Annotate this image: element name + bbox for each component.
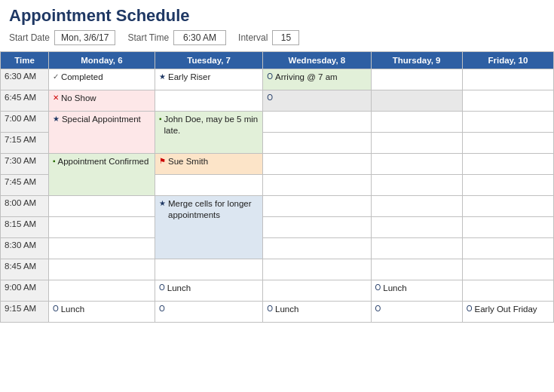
appointment-cell <box>462 217 553 238</box>
appointment-cell <box>371 238 462 259</box>
appointment-cell: ✓Completed <box>48 69 155 90</box>
page-title: Appointment Schedule <box>9 6 545 26</box>
time-cell: 8:45 AM <box>1 259 49 280</box>
appointment-cell <box>462 154 553 175</box>
appointment-cell <box>155 175 262 196</box>
controls-bar: Start Date Mon, 3/6/17 Start Time 6:30 A… <box>9 30 545 45</box>
time-cell: 8:15 AM <box>1 217 49 238</box>
appointment-cell <box>462 112 553 133</box>
flag-red-icon: ✕ <box>53 93 59 102</box>
appointment-cell: ★Merge cells for longer appointments <box>155 196 262 259</box>
schedule-table: Time Monday, 6 Tuesday, 7 Wednesday, 8 T… <box>0 51 554 323</box>
circle-icon: O <box>267 93 273 102</box>
time-cell: 6:45 AM <box>1 90 49 112</box>
table-row: 7:30 AM▪Appointment Confirmed⚑Sue Smith <box>1 154 554 175</box>
appointment-cell <box>462 196 553 217</box>
appointment-cell <box>371 259 462 280</box>
appointment-cell: ▪John Doe, may be 5 min late. <box>155 112 262 154</box>
appointment-cell <box>371 69 462 90</box>
appointment-cell <box>263 238 371 259</box>
cell-text: Sue Smith <box>168 156 208 167</box>
cell-text: Lunch <box>383 283 406 294</box>
appointment-cell: ✕No Show <box>48 90 155 112</box>
appointment-cell <box>48 238 155 259</box>
flag-red-icon: ⚑ <box>159 157 166 165</box>
appointment-cell <box>462 133 553 154</box>
appointment-cell <box>263 217 371 238</box>
appointment-cell: ★Early Riser <box>155 69 262 90</box>
table-row: 9:15 AMOLunchOOLunchOOEarly Out Friday <box>1 302 554 323</box>
appointment-cell <box>462 259 553 280</box>
appointment-cell <box>371 133 462 154</box>
table-row: 8:15 AM <box>1 217 554 238</box>
appointment-cell: ★Special Appointment <box>48 112 155 154</box>
appointment-cell: OEarly Out Friday <box>462 302 553 323</box>
table-row: 7:00 AM★Special Appointment▪John Doe, ma… <box>1 112 554 133</box>
interval-label: Interval <box>238 32 268 43</box>
interval-value[interactable]: 15 <box>272 30 299 45</box>
star-icon: ★ <box>159 72 166 81</box>
col-time-header: Time <box>1 52 49 69</box>
time-cell: 8:00 AM <box>1 196 49 217</box>
start-time-value[interactable]: 6:30 AM <box>173 30 226 45</box>
start-time-group: Start Time 6:30 AM <box>127 30 226 45</box>
appointment-cell <box>462 69 553 90</box>
start-date-label: Start Date <box>9 32 50 43</box>
time-cell: 7:45 AM <box>1 175 49 196</box>
table-row: 9:00 AMOLunchOLunch <box>1 280 554 302</box>
cell-text: Early Riser <box>168 72 210 83</box>
appointment-cell <box>462 280 553 302</box>
col-friday-header: Friday, 10 <box>462 52 553 69</box>
appointment-cell <box>263 112 371 133</box>
circle-icon: O <box>159 283 165 292</box>
circle-icon: O <box>375 283 381 292</box>
appointment-cell <box>371 175 462 196</box>
appointment-cell <box>48 259 155 280</box>
appointment-cell <box>462 90 553 112</box>
appointment-cell <box>263 196 371 217</box>
cell-text: Arriving @ 7 am <box>275 72 338 83</box>
check-icon: ✓ <box>53 72 59 81</box>
star-icon: ★ <box>53 115 60 123</box>
cell-text: Lunch <box>167 283 191 294</box>
appointment-cell <box>155 259 262 280</box>
appointment-cell: OLunch <box>48 302 155 323</box>
interval-group: Interval 15 <box>238 30 299 45</box>
circle-icon: O <box>267 72 273 81</box>
appointment-cell <box>371 112 462 133</box>
table-row: 8:45 AM <box>1 259 554 280</box>
circle-icon: O <box>267 305 273 313</box>
appointment-cell: OArriving @ 7 am <box>263 69 371 90</box>
col-monday-header: Monday, 6 <box>48 52 155 69</box>
cell-text: Appointment Confirmed <box>57 156 148 167</box>
appointment-cell <box>371 196 462 217</box>
col-tuesday-header: Tuesday, 7 <box>155 52 262 69</box>
appointment-cell: OLunch <box>155 280 262 302</box>
table-header-row: Time Monday, 6 Tuesday, 7 Wednesday, 8 T… <box>1 52 554 69</box>
circle-icon: O <box>375 305 381 313</box>
appointment-cell <box>48 196 155 217</box>
appointment-cell <box>263 154 371 175</box>
time-cell: 7:15 AM <box>1 133 49 154</box>
appointment-cell: ⚑Sue Smith <box>155 154 262 175</box>
circle-icon: O <box>467 305 473 313</box>
cell-text: Early Out Friday <box>475 304 537 315</box>
start-date-value[interactable]: Mon, 3/6/17 <box>54 30 115 45</box>
time-cell: 7:00 AM <box>1 112 49 133</box>
appointment-cell <box>263 175 371 196</box>
circle-icon: O <box>159 305 165 313</box>
cell-text: John Doe, may be 5 min late. <box>164 114 259 136</box>
time-cell: 9:15 AM <box>1 302 49 323</box>
table-row: 6:45 AM✕No ShowO <box>1 90 554 112</box>
start-date-group: Start Date Mon, 3/6/17 <box>9 30 115 45</box>
appointment-cell <box>462 175 553 196</box>
flag-green-icon: ▪ <box>53 157 56 165</box>
appointment-cell <box>371 154 462 175</box>
circle-icon: O <box>53 305 59 313</box>
appointment-cell: ▪Appointment Confirmed <box>48 154 155 196</box>
cell-text: Merge cells for longer appointments <box>168 198 259 221</box>
appointment-cell <box>263 133 371 154</box>
appointment-cell <box>371 90 462 112</box>
table-row: 6:30 AM✓Completed★Early RiserOArriving @… <box>1 69 554 90</box>
appointment-cell <box>263 259 371 280</box>
